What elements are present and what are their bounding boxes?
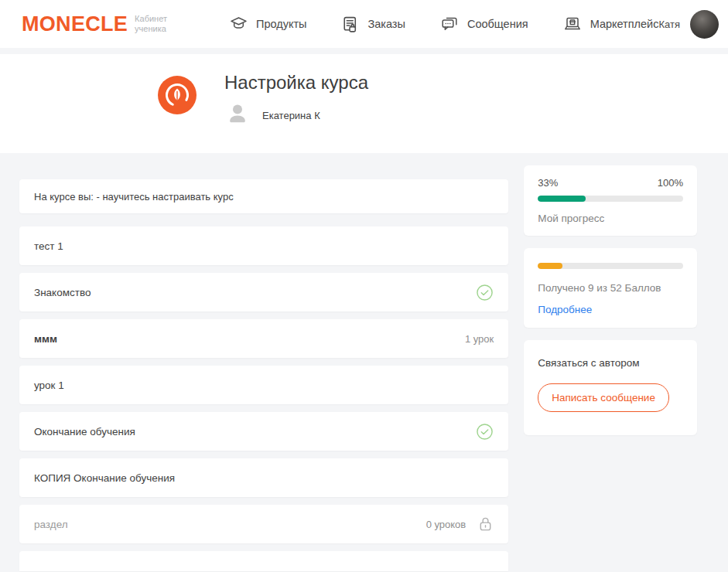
messages-icon bbox=[439, 15, 460, 33]
header-user: Катя bbox=[658, 10, 719, 39]
points-details-link[interactable]: Подробнее bbox=[538, 304, 592, 315]
user-name: Катя bbox=[658, 19, 680, 30]
course-title-block: Настройка курса Екатерина К bbox=[224, 70, 368, 153]
lesson-row-title: Окончание обучения bbox=[34, 426, 135, 438]
sidebar: 33% 100% Мой прогресс Получено 9 из 52 Б… bbox=[524, 165, 697, 448]
lesson-row[interactable]: Окончание обучения bbox=[19, 412, 508, 451]
nav-item-label: Маркетплейс bbox=[590, 18, 659, 30]
lesson-row-title: Знакомство bbox=[34, 287, 91, 298]
points-card: Получено 9 из 52 Баллов Подробнее bbox=[524, 248, 697, 328]
progress-bar-fill bbox=[538, 196, 586, 202]
completed-check-icon bbox=[476, 284, 494, 301]
progress-percentages: 33% 100% bbox=[538, 177, 683, 189]
lesson-list: На курсе вы: - научитесь настраивать кур… bbox=[19, 179, 508, 571]
lesson-row-right: 0 уроков bbox=[426, 515, 494, 533]
brand-subtitle-line1: Кабинет bbox=[135, 14, 167, 23]
lesson-count-label: 1 урок bbox=[465, 333, 494, 345]
nav-item-label: Сообщения bbox=[467, 18, 528, 30]
brand-subtitle-line2: ученика bbox=[135, 24, 166, 33]
progress-current: 33% bbox=[538, 177, 558, 189]
app-header: MONECLE Кабинет ученика Продукты bbox=[0, 0, 728, 48]
lesson-row-title: На курсе вы: - научитесь настраивать кур… bbox=[34, 191, 234, 203]
page-title: Настройка курса bbox=[224, 72, 368, 94]
contact-author-card: Связаться с автором Написать сообщение bbox=[524, 340, 697, 435]
points-text: Получено 9 из 52 Баллов bbox=[538, 282, 683, 294]
nav-item-label: Заказы bbox=[367, 18, 405, 30]
content: На курсе вы: - научитесь настраивать кур… bbox=[0, 153, 728, 571]
lesson-row[interactable]: урок 1 bbox=[19, 366, 508, 404]
course-header: Настройка курса Екатерина К bbox=[0, 54, 728, 153]
nav-item-messages[interactable]: Сообщения bbox=[439, 15, 528, 33]
progress-card: 33% 100% Мой прогресс bbox=[524, 165, 697, 236]
completed-check-icon bbox=[476, 423, 494, 441]
author-avatar-icon bbox=[224, 100, 251, 130]
lock-icon bbox=[477, 515, 494, 533]
orders-icon bbox=[340, 15, 360, 34]
lesson-row[interactable]: На курсе вы: - научитесь настраивать кур… bbox=[19, 179, 508, 213]
graduation-cap-icon bbox=[229, 15, 248, 33]
nav-item-products[interactable]: Продукты bbox=[229, 15, 307, 33]
lesson-row[interactable]: ммм 1 урок bbox=[19, 319, 508, 358]
progress-max: 100% bbox=[658, 177, 683, 189]
contact-author-title: Связаться с автором bbox=[538, 357, 683, 369]
course-logo-icon bbox=[152, 70, 202, 120]
lesson-row-right: 1 урок bbox=[465, 333, 494, 345]
lesson-row[interactable]: Знакомство bbox=[19, 273, 508, 312]
points-bar bbox=[538, 263, 683, 269]
author-name: Екатерина К bbox=[262, 110, 320, 121]
lesson-row[interactable]: раздел 0 уроков bbox=[19, 505, 508, 543]
user-avatar[interactable] bbox=[690, 10, 719, 39]
progress-label: Мой прогресс bbox=[538, 213, 683, 224]
write-message-button[interactable]: Написать сообщение bbox=[538, 383, 669, 412]
lesson-row-title: КОПИЯ Окончание обучения bbox=[34, 472, 175, 484]
progress-bar bbox=[538, 196, 683, 202]
nav-item-marketplace[interactable]: Маркетплейс bbox=[562, 15, 659, 33]
nav-item-orders[interactable]: Заказы bbox=[340, 15, 405, 34]
lesson-row[interactable]: тест 1 bbox=[19, 226, 508, 265]
brand-subtitle: Кабинет ученика bbox=[135, 14, 167, 34]
lesson-count-label: 0 уроков bbox=[426, 519, 467, 530]
lesson-row-title: тест 1 bbox=[34, 240, 63, 252]
lesson-row-title: ммм bbox=[34, 333, 57, 345]
marketplace-icon bbox=[562, 15, 583, 33]
lesson-row[interactable]: КОПИЯ Окончание обучения bbox=[19, 458, 508, 497]
lesson-row-partial[interactable] bbox=[19, 551, 508, 571]
lesson-row-title: раздел bbox=[34, 519, 68, 530]
lesson-row-right bbox=[476, 284, 494, 301]
course-author: Екатерина К bbox=[224, 100, 368, 130]
lesson-row-title: урок 1 bbox=[34, 380, 64, 391]
points-bar-fill bbox=[538, 263, 562, 269]
main-nav: Продукты Заказы bbox=[229, 15, 659, 34]
lesson-row-right bbox=[476, 423, 494, 441]
nav-item-label: Продукты bbox=[256, 18, 307, 30]
brand-logo-text: MONECLE bbox=[22, 12, 128, 36]
brand-logo[interactable]: MONECLE Кабинет ученика bbox=[22, 12, 167, 36]
